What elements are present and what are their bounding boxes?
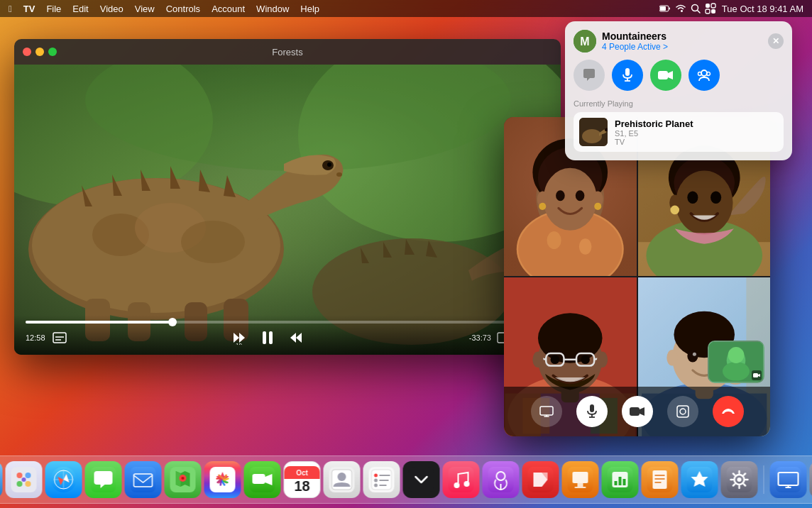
traffic-lights bbox=[23, 48, 57, 56]
np-chat-button[interactable] bbox=[574, 60, 605, 91]
forward-button[interactable] bbox=[287, 331, 304, 345]
svg-rect-162 bbox=[449, 467, 474, 492]
np-mic-button[interactable] bbox=[612, 60, 643, 91]
dock-music[interactable] bbox=[443, 461, 480, 498]
minimize-button[interactable] bbox=[35, 48, 44, 56]
ft-sharescreen-button[interactable] bbox=[531, 396, 562, 427]
ft-end-call-button[interactable] bbox=[713, 396, 744, 427]
np-group-name: Mountaineers bbox=[602, 31, 668, 42]
svg-point-159 bbox=[374, 484, 378, 487]
svg-point-60 bbox=[576, 190, 585, 201]
dock-maps[interactable] bbox=[165, 461, 202, 498]
progress-bar[interactable] bbox=[26, 321, 549, 324]
dock-calendar[interactable]: Oct 18 bbox=[284, 461, 321, 498]
dock-divider bbox=[764, 465, 764, 494]
np-show-title: Prehistoric Planet bbox=[615, 118, 778, 129]
apple-menu[interactable]:  bbox=[9, 4, 12, 14]
np-video-button[interactable] bbox=[650, 60, 681, 91]
svg-point-21 bbox=[336, 172, 342, 177]
menu-controls[interactable]: Controls bbox=[166, 4, 200, 14]
ft-mic-button[interactable] bbox=[576, 396, 608, 427]
svg-rect-41 bbox=[658, 71, 668, 79]
svg-point-108 bbox=[666, 350, 677, 366]
svg-rect-179 bbox=[653, 470, 667, 489]
svg-point-106 bbox=[692, 353, 696, 356]
menu-account[interactable]: Account bbox=[212, 4, 245, 14]
svg-point-130 bbox=[17, 473, 23, 478]
svg-line-194 bbox=[744, 474, 745, 475]
svg-point-43 bbox=[698, 72, 702, 76]
dock-pages[interactable] bbox=[642, 461, 679, 498]
np-header: M Mountaineers 4 People Active > ✕ bbox=[574, 30, 784, 53]
menu-video[interactable]: Video bbox=[100, 4, 124, 14]
svg-line-4 bbox=[697, 11, 700, 13]
time-remaining: -33:73 bbox=[469, 333, 491, 342]
menu-window[interactable]: Window bbox=[256, 4, 289, 14]
dock-appstore[interactable] bbox=[681, 461, 718, 498]
dock-numbers[interactable] bbox=[602, 461, 639, 498]
pip-camera-icon bbox=[752, 370, 762, 380]
np-group-people[interactable]: 4 People Active > bbox=[602, 42, 668, 52]
dock-contacts[interactable] bbox=[324, 461, 361, 498]
dock-messages[interactable] bbox=[85, 461, 122, 498]
menubar:  TV File Edit Video View Controls Accou… bbox=[0, 0, 812, 17]
dock-photos[interactable] bbox=[204, 461, 241, 498]
controls-left: 12:58 bbox=[26, 332, 67, 343]
time-elapsed: 12:58 bbox=[26, 333, 45, 342]
menu-app-name[interactable]: TV bbox=[23, 4, 35, 14]
menu-view[interactable]: View bbox=[135, 4, 155, 14]
ft-video-button[interactable] bbox=[622, 396, 653, 427]
np-close-button[interactable]: ✕ bbox=[768, 33, 784, 49]
dock-news[interactable] bbox=[522, 461, 559, 498]
maximize-button[interactable] bbox=[48, 48, 57, 56]
menu-help[interactable]: Help bbox=[300, 4, 319, 14]
menu-edit[interactable]: Edit bbox=[72, 4, 88, 14]
progress-thumb[interactable] bbox=[168, 318, 177, 326]
group-avatar-icon: M bbox=[574, 30, 596, 53]
svg-rect-116 bbox=[677, 406, 688, 417]
svg-point-71 bbox=[675, 171, 733, 236]
svg-point-72 bbox=[687, 191, 698, 204]
search-icon[interactable] bbox=[691, 4, 701, 13]
tv-window-title: Forests bbox=[272, 47, 302, 57]
ft-effects-button[interactable] bbox=[667, 396, 698, 427]
menubar-right: Tue Oct 18 9:41 AM bbox=[659, 3, 803, 14]
close-button[interactable] bbox=[23, 48, 31, 56]
controls-row: 12:58 10 -33:73 bbox=[26, 329, 549, 346]
svg-point-104 bbox=[687, 350, 698, 363]
svg-rect-28 bbox=[53, 333, 66, 343]
svg-point-20 bbox=[327, 162, 331, 167]
control-center-icon[interactable] bbox=[705, 3, 716, 14]
dock-appletv[interactable] bbox=[403, 461, 440, 498]
np-thumbnail-image bbox=[579, 118, 608, 146]
svg-rect-5 bbox=[706, 4, 710, 8]
svg-point-146 bbox=[182, 477, 185, 480]
pause-button[interactable] bbox=[259, 329, 276, 346]
dock-trash[interactable] bbox=[810, 461, 813, 498]
np-group-info: M Mountaineers 4 People Active > bbox=[574, 30, 668, 53]
subtitles-button[interactable] bbox=[53, 332, 67, 343]
svg-point-94 bbox=[597, 351, 608, 368]
progress-fill bbox=[26, 321, 172, 324]
video-controls: 12:58 10 -33:73 bbox=[14, 315, 561, 355]
svg-point-93 bbox=[532, 351, 543, 368]
dock-podcasts[interactable] bbox=[483, 461, 520, 498]
dock-keynote[interactable] bbox=[562, 461, 599, 498]
controls-center: 10 bbox=[231, 329, 304, 346]
dock-reminders[interactable] bbox=[363, 461, 400, 498]
menu-file[interactable]: File bbox=[46, 4, 61, 14]
dock-safari[interactable] bbox=[45, 461, 82, 498]
svg-point-42 bbox=[701, 70, 707, 76]
dock-screen-time[interactable] bbox=[770, 461, 807, 498]
dock-system-preferences[interactable] bbox=[721, 461, 758, 498]
menubar-datetime: Tue Oct 18 9:41 AM bbox=[722, 4, 803, 14]
dock-facetime[interactable] bbox=[244, 461, 281, 498]
svg-rect-171 bbox=[578, 483, 583, 487]
dock-finder[interactable] bbox=[0, 461, 3, 498]
rewind-button[interactable]: 10 bbox=[231, 331, 248, 345]
dock-mail[interactable] bbox=[125, 461, 162, 498]
dock-launchpad[interactable] bbox=[6, 461, 43, 498]
np-shareplay-button[interactable] bbox=[688, 60, 720, 91]
np-text-area: Prehistoric Planet S1, E5 TV bbox=[615, 118, 778, 146]
wifi-icon bbox=[675, 4, 686, 13]
